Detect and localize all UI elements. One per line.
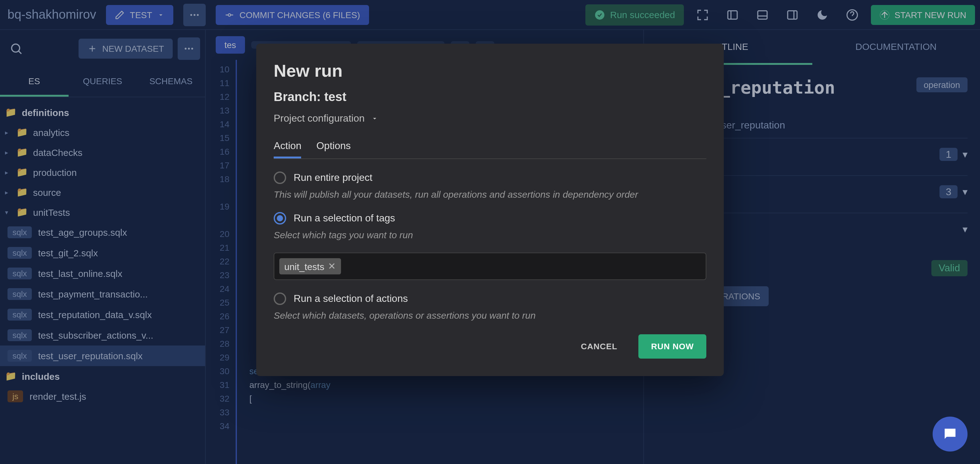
tag-chip: unit_tests ✕ xyxy=(279,258,341,274)
radio-icon xyxy=(274,212,286,225)
project-config-dropdown[interactable]: Project configuration xyxy=(274,113,706,124)
modal-tab-action[interactable]: Action xyxy=(274,136,301,158)
modal-backdrop[interactable]: New run Branch: test Project configurati… xyxy=(0,0,980,464)
radio-icon xyxy=(274,172,286,184)
modal-branch: Branch: test xyxy=(274,90,706,104)
chat-icon xyxy=(942,426,958,442)
radio-desc: Select which tags you want to run xyxy=(274,228,706,241)
modal-tab-options[interactable]: Options xyxy=(317,136,351,158)
tag-remove-icon[interactable]: ✕ xyxy=(328,261,336,272)
chevron-down-icon xyxy=(371,115,379,122)
run-now-button[interactable]: RUN NOW xyxy=(639,334,706,359)
radio-desc: This will publish all your datasets, run… xyxy=(274,188,706,201)
radio-run-actions[interactable]: Run a selection of actions xyxy=(274,292,706,305)
radio-run-entire[interactable]: Run entire project xyxy=(274,172,706,184)
chat-button[interactable] xyxy=(932,416,967,451)
radio-icon xyxy=(274,292,286,305)
modal-title: New run xyxy=(274,61,706,81)
radio-run-tags[interactable]: Run a selection of tags xyxy=(274,212,706,225)
new-run-modal: New run Branch: test Project configurati… xyxy=(256,44,724,376)
radio-desc: Select which datasets, operations or ass… xyxy=(274,309,706,322)
cancel-button[interactable]: CANCEL xyxy=(572,335,626,357)
tags-input[interactable]: unit_tests ✕ xyxy=(274,253,706,280)
